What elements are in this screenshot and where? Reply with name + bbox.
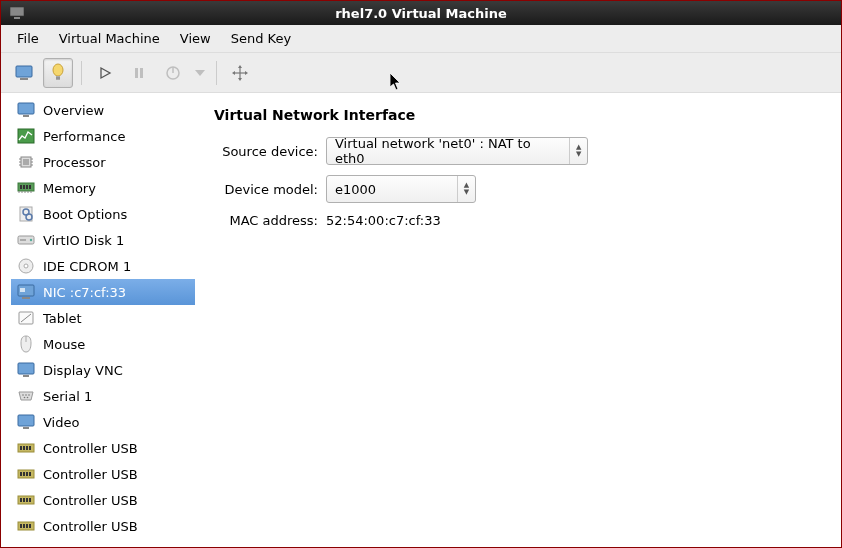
sidebar-item-controller-usb[interactable]: Controller USB — [11, 435, 195, 461]
svg-marker-12 — [195, 70, 205, 76]
console-view-button[interactable] — [9, 58, 39, 88]
sidebar-item-label: Overview — [43, 103, 104, 118]
sidebar-item-controller-usb[interactable]: Controller USB — [11, 461, 195, 487]
details-panel: Virtual Network Interface Source device:… — [196, 93, 841, 547]
app-icon — [9, 5, 25, 21]
panel-title: Virtual Network Interface — [214, 107, 823, 123]
svg-rect-23 — [23, 159, 29, 165]
sidebar-item-label: Controller USB — [43, 441, 138, 456]
svg-rect-9 — [140, 68, 143, 78]
label-device-model: Device model: — [214, 182, 326, 197]
menu-send-key[interactable]: Send Key — [223, 27, 299, 50]
nic-icon — [17, 283, 35, 301]
svg-rect-71 — [26, 472, 28, 476]
svg-rect-31 — [20, 185, 22, 189]
sidebar-item-boot-options[interactable]: Boot Options — [11, 201, 195, 227]
svg-rect-64 — [20, 446, 22, 450]
sidebar-item-performance[interactable]: Performance — [11, 123, 195, 149]
fullscreen-button[interactable] — [225, 58, 255, 88]
svg-rect-50 — [20, 288, 25, 292]
titlebar: rhel7.0 Virtual Machine — [1, 1, 841, 25]
sidebar-item-mouse[interactable]: Mouse — [11, 331, 195, 357]
toolbar-separator — [81, 61, 82, 85]
sidebar-item-controller-usb[interactable]: Controller USB — [11, 513, 195, 539]
svg-rect-67 — [29, 446, 31, 450]
svg-rect-54 — [18, 363, 34, 374]
svg-point-4 — [53, 64, 63, 76]
sidebar-item-nic-c7-cf-33[interactable]: NIC :c7:cf:33 — [11, 279, 195, 305]
details-view-button[interactable] — [43, 58, 73, 88]
pause-button[interactable] — [124, 58, 154, 88]
usb-icon — [17, 465, 35, 483]
sidebar-item-video[interactable]: Video — [11, 409, 195, 435]
label-mac-address: MAC address: — [214, 213, 326, 228]
source-device-select[interactable]: Virtual network 'net0' : NAT to eth0 ▲▼ — [326, 137, 588, 165]
svg-point-58 — [28, 394, 30, 396]
svg-marker-16 — [238, 78, 242, 81]
device-model-value: e1000 — [327, 182, 457, 197]
toolbar-separator — [216, 61, 217, 85]
sidebar-item-serial-1[interactable]: Serial 1 — [11, 383, 195, 409]
usb-icon — [17, 491, 35, 509]
boot-icon — [17, 205, 35, 223]
svg-point-59 — [24, 397, 26, 399]
sidebar-item-label: VirtIO Disk 1 — [43, 233, 124, 248]
sidebar-item-display-vnc[interactable]: Display VNC — [11, 357, 195, 383]
serial-icon — [17, 387, 35, 405]
menu-view[interactable]: View — [172, 27, 219, 50]
sidebar-item-label: Tablet — [43, 311, 82, 326]
run-button[interactable] — [90, 58, 120, 88]
svg-rect-75 — [23, 498, 25, 502]
svg-rect-32 — [23, 185, 25, 189]
cdrom-icon — [17, 257, 35, 275]
svg-rect-79 — [20, 524, 22, 528]
sidebar-item-overview[interactable]: Overview — [11, 97, 195, 123]
sidebar-item-virtio-disk-1[interactable]: VirtIO Disk 1 — [11, 227, 195, 253]
sidebar-item-label: Video — [43, 415, 79, 430]
sidebar-item-controller-usb[interactable]: Controller USB — [11, 487, 195, 513]
svg-rect-74 — [20, 498, 22, 502]
sidebar-item-memory[interactable]: Memory — [11, 175, 195, 201]
sidebar-item-label: NIC :c7:cf:33 — [43, 285, 126, 300]
shutdown-button[interactable] — [158, 58, 188, 88]
svg-rect-0 — [10, 7, 24, 16]
row-mac-address: MAC address: 52:54:00:c7:cf:33 — [214, 213, 823, 228]
sidebar-item-label: Controller USB — [43, 493, 138, 508]
svg-rect-1 — [14, 17, 20, 19]
mem-icon — [17, 179, 35, 197]
svg-rect-55 — [23, 375, 29, 377]
svg-point-47 — [24, 264, 28, 268]
svg-rect-33 — [26, 185, 28, 189]
device-model-select[interactable]: e1000 ▲▼ — [326, 175, 476, 203]
svg-rect-49 — [22, 297, 30, 299]
sidebar-item-label: Performance — [43, 129, 125, 144]
window-title: rhel7.0 Virtual Machine — [33, 6, 833, 21]
svg-rect-19 — [18, 103, 34, 114]
menu-virtual-machine[interactable]: Virtual Machine — [51, 27, 168, 50]
video-icon — [17, 413, 35, 431]
svg-rect-72 — [29, 472, 31, 476]
source-device-value: Virtual network 'net0' : NAT to eth0 — [327, 136, 569, 166]
sidebar-item-label: Mouse — [43, 337, 85, 352]
svg-rect-76 — [26, 498, 28, 502]
sidebar-item-label: IDE CDROM 1 — [43, 259, 131, 274]
sidebar-item-tablet[interactable]: Tablet — [11, 305, 195, 331]
svg-rect-3 — [20, 78, 28, 80]
svg-marker-18 — [245, 71, 248, 75]
svg-rect-77 — [29, 498, 31, 502]
mouse-icon — [17, 335, 35, 353]
row-device-model: Device model: e1000 ▲▼ — [214, 175, 823, 203]
menu-file[interactable]: File — [9, 27, 47, 50]
perf-icon — [17, 127, 35, 145]
shutdown-menu-button[interactable] — [192, 58, 208, 88]
svg-point-57 — [25, 394, 27, 396]
svg-marker-7 — [101, 68, 110, 78]
label-source-device: Source device: — [214, 144, 326, 159]
mac-address-value: 52:54:00:c7:cf:33 — [326, 213, 441, 228]
hardware-sidebar: OverviewPerformanceProcessorMemoryBoot O… — [1, 93, 196, 547]
sidebar-item-ide-cdrom-1[interactable]: IDE CDROM 1 — [11, 253, 195, 279]
toolbar — [1, 53, 841, 93]
svg-rect-70 — [23, 472, 25, 476]
sidebar-item-processor[interactable]: Processor — [11, 149, 195, 175]
row-source-device: Source device: Virtual network 'net0' : … — [214, 137, 823, 165]
